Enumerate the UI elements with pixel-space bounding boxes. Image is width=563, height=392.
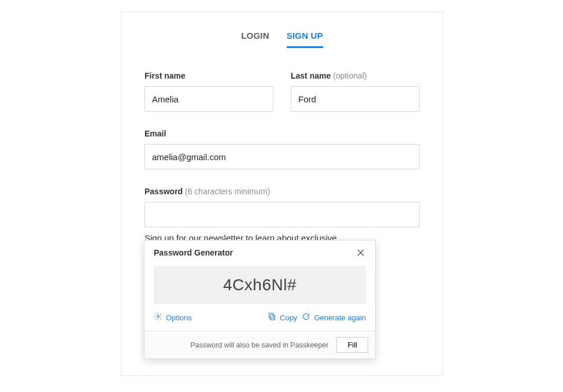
- email-label: Email: [145, 129, 420, 138]
- last-name-label: Last name (optional): [291, 71, 420, 80]
- refresh-icon: [302, 312, 310, 323]
- password-label-text: Password: [145, 187, 183, 196]
- pg-footer-note: Password will also be saved in Passkeepe…: [190, 341, 328, 349]
- pg-title: Password Generator: [154, 248, 233, 257]
- password-hint: (6 characters minimum): [185, 187, 270, 196]
- fill-button[interactable]: Fill: [336, 337, 368, 353]
- copy-label: Copy: [280, 313, 297, 322]
- last-name-hint: (optional): [333, 71, 366, 80]
- password-input[interactable]: [145, 202, 420, 227]
- password-field-wrap: Password (6 characters minimum): [145, 187, 420, 227]
- last-name-field: Last name (optional): [291, 71, 420, 112]
- last-name-input[interactable]: [291, 86, 420, 112]
- options-label: Options: [166, 313, 192, 322]
- email-input[interactable]: [145, 144, 420, 169]
- tab-signup[interactable]: SIGN UP: [287, 31, 323, 48]
- last-name-label-text: Last name: [291, 71, 331, 80]
- generate-again-button[interactable]: Generate again: [302, 312, 366, 323]
- svg-rect-4: [269, 313, 274, 318]
- copy-icon: [268, 312, 276, 323]
- options-button[interactable]: Options: [154, 312, 192, 323]
- password-label: Password (6 characters minimum): [145, 187, 420, 196]
- auth-tabs: LOGIN SIGN UP: [145, 12, 420, 48]
- first-name-field: First name: [145, 71, 273, 112]
- password-generator-popup: Password Generator 4Cxh6Nl# Options: [144, 240, 376, 359]
- close-icon[interactable]: [355, 247, 366, 258]
- pg-footer: Password will also be saved in Passkeepe…: [145, 331, 375, 358]
- email-field-wrap: Email: [145, 129, 420, 169]
- svg-point-2: [157, 316, 160, 318]
- first-name-input[interactable]: [145, 86, 273, 112]
- generate-again-label: Generate again: [314, 313, 366, 322]
- generated-password: 4Cxh6Nl#: [154, 266, 366, 304]
- gear-icon: [154, 312, 162, 323]
- first-name-label: First name: [145, 71, 273, 80]
- svg-rect-3: [271, 315, 275, 320]
- copy-button[interactable]: Copy: [268, 312, 297, 323]
- pg-actions: Options Copy Generate again: [145, 312, 375, 331]
- pg-header: Password Generator: [145, 241, 375, 262]
- tab-login[interactable]: LOGIN: [241, 31, 269, 48]
